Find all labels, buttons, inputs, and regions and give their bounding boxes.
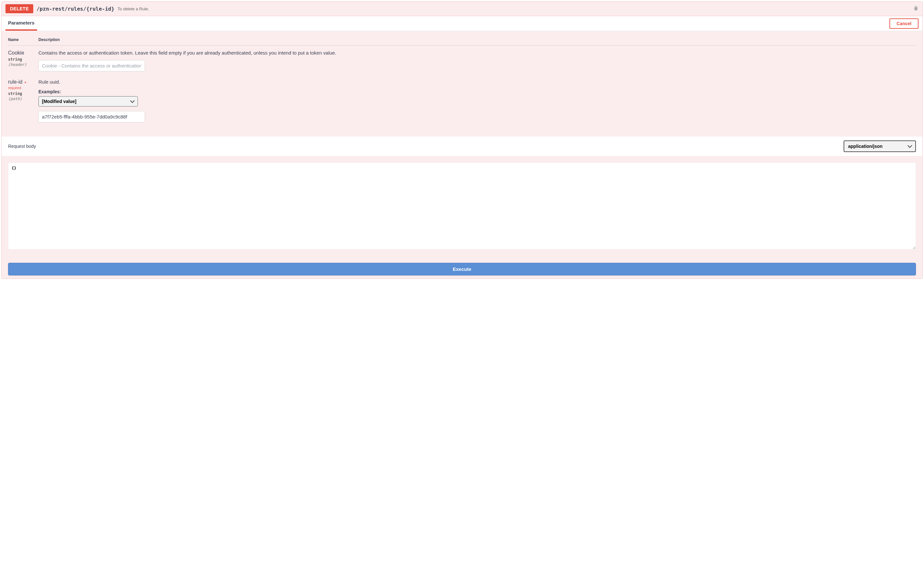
operation-panel: DELETE /pzn-rest/rules/{rule-id} To dele… [1, 1, 923, 279]
param-type: string [8, 91, 38, 96]
param-type: string [8, 57, 38, 62]
param-name: rule-id [8, 79, 22, 85]
endpoint-path: /pzn-rest/rules/{rule-id} [36, 6, 114, 12]
cookie-input[interactable] [38, 60, 145, 71]
lock-icon[interactable] [913, 5, 919, 12]
request-body-section [2, 156, 922, 257]
examples-select[interactable]: [Modified value] [38, 96, 138, 107]
tabs-row: Parameters Cancel [2, 16, 922, 31]
method-badge: DELETE [5, 4, 33, 13]
param-row-cookie: Cookie string (header) Contains the acce… [8, 50, 916, 71]
param-description: Contains the access or authentication to… [38, 50, 916, 55]
parameters-section: Name Description Cookie string (header) … [2, 31, 922, 137]
operation-header[interactable]: DELETE /pzn-rest/rules/{rule-id} To dele… [2, 2, 922, 16]
param-row-rule-id: rule-id required string (path) Rule uuid… [8, 79, 916, 122]
examples-label: Examples: [38, 89, 916, 94]
request-body-label: Request body [8, 144, 36, 149]
param-location: (header) [8, 62, 38, 67]
rule-id-input[interactable] [38, 111, 145, 122]
cancel-button[interactable]: Cancel [889, 18, 919, 29]
column-header-description: Description [38, 38, 916, 42]
content-type-select[interactable]: application/json [844, 140, 916, 152]
column-header-name: Name [8, 38, 38, 42]
execute-row: Execute [2, 257, 922, 279]
endpoint-summary: To delete a Rule. [118, 6, 149, 11]
execute-button[interactable]: Execute [8, 263, 916, 275]
request-body-header: Request body application/json [2, 137, 922, 156]
request-body-textarea[interactable] [8, 162, 916, 249]
tab-parameters[interactable]: Parameters [5, 16, 37, 31]
param-location: (path) [8, 96, 38, 101]
param-name: Cookie [8, 50, 38, 56]
param-description: Rule uuid. [38, 79, 916, 85]
